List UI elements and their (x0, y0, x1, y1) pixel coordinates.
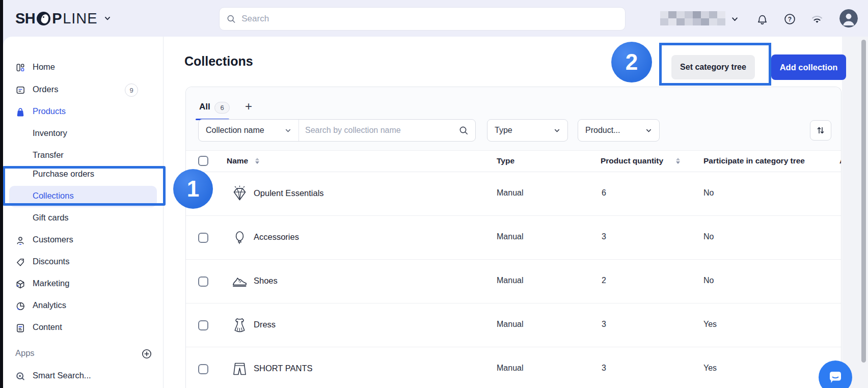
search-field-selector-label: Collection name (206, 126, 264, 135)
sidebar-item-content[interactable]: Content (3, 318, 163, 338)
collection-type: Manual (497, 188, 523, 198)
quantity-sort-icon[interactable] (676, 158, 680, 164)
search-field-selector[interactable]: Collection name (199, 120, 299, 141)
product-filter-dropdown[interactable]: Product... (578, 119, 660, 142)
row-checkbox[interactable] (198, 364, 208, 374)
row-checkbox[interactable] (198, 276, 208, 287)
add-tab-button[interactable]: + (245, 99, 252, 114)
shopline-logo[interactable]: SHPLINE (15, 8, 111, 29)
sidebar-item-analytics[interactable]: Analytics (3, 296, 163, 316)
table-header: Name Type Product quantity Participate i… (186, 151, 841, 172)
collection-name[interactable]: Accessories (254, 232, 299, 242)
sidebar-item-label: Discounts (33, 257, 69, 266)
sort-icon (816, 126, 825, 135)
chevron-down-icon (645, 127, 652, 134)
select-all-checkbox[interactable] (198, 156, 208, 166)
collection-type: Manual (497, 232, 523, 241)
sidebar-item-home[interactable]: Home (3, 58, 163, 78)
global-search-input[interactable] (240, 13, 618, 24)
customers-icon (15, 235, 25, 245)
collection-type: Manual (497, 276, 523, 285)
collections-card: All 6 + Collection name Type Product... … (185, 87, 842, 388)
dress-icon (231, 317, 248, 334)
tab-all-count: 6 (214, 102, 230, 114)
add-app-icon[interactable] (141, 348, 152, 359)
sidebar-item-label: Orders (33, 85, 58, 94)
sidebar-apps-section: Apps (3, 344, 163, 365)
row-checkbox[interactable] (198, 320, 208, 330)
search-icon (227, 14, 236, 24)
rabbit-logo-icon (37, 12, 50, 25)
orders-count-badge: 9 (125, 84, 138, 97)
column-name[interactable]: Name (227, 156, 248, 165)
collection-participate: Yes (703, 364, 717, 373)
set-category-tree-button[interactable]: Set category tree (671, 55, 755, 79)
sidebar-item-products[interactable]: Products (3, 102, 163, 122)
logo-text-sh: SH (15, 10, 35, 27)
shorts-icon (231, 361, 248, 377)
sidebar-item-gift-cards[interactable]: Gift cards (3, 208, 163, 229)
products-bag-icon (15, 107, 25, 117)
sort-button[interactable] (810, 120, 831, 141)
discounts-tag-icon (15, 257, 25, 267)
collection-quantity: 3 (602, 364, 606, 373)
sidebar-item-label: Smart Search... (33, 371, 91, 380)
help-icon[interactable]: ? (783, 12, 796, 25)
smart-search-app-icon (15, 371, 25, 381)
collection-participate: No (703, 232, 714, 241)
sidebar-item-marketing[interactable]: Marketing (3, 274, 163, 294)
collection-type: Manual (497, 320, 523, 329)
vertical-scrollbar[interactable] (861, 40, 866, 363)
annotation-step-1: 1 (173, 169, 213, 209)
table-row[interactable]: Dress Manual 3 Yes (186, 303, 841, 347)
svg-text:?: ? (788, 15, 791, 22)
search-icon (459, 126, 469, 135)
table-row[interactable]: SHORT PANTS Manual 3 Yes (186, 347, 841, 388)
table-row[interactable]: Shoes Manual 2 No (186, 260, 841, 303)
column-type: Type (497, 156, 514, 165)
collection-quantity: 6 (602, 188, 606, 198)
sidebar-item-smart-search[interactable]: Smart Search... (3, 366, 163, 386)
type-filter-dropdown[interactable]: Type (487, 119, 568, 142)
table-row[interactable]: Accessories Manual 3 No (186, 216, 841, 260)
sidebar: Home Orders 9 Products Inventory Transfe… (3, 37, 164, 388)
home-icon (15, 63, 25, 73)
logo-text-p: P (52, 10, 62, 27)
avatar[interactable] (839, 9, 858, 27)
add-collection-button[interactable]: Add collection (771, 54, 846, 80)
column-product-quantity[interactable]: Product quantity (601, 156, 663, 165)
sidebar-item-label: Products (33, 106, 66, 116)
gem-icon (231, 185, 248, 202)
sidebar-item-transfer[interactable]: Transfer (3, 146, 163, 166)
screen-left-edge (0, 0, 3, 388)
sidebar-item-inventory[interactable]: Inventory (3, 124, 163, 144)
global-search[interactable] (219, 7, 626, 31)
row-checkbox[interactable] (198, 233, 208, 243)
collection-name[interactable]: Dress (254, 320, 276, 329)
pendant-icon (231, 229, 248, 246)
collection-quantity: 3 (602, 320, 606, 329)
notification-bell-icon[interactable] (755, 12, 769, 25)
collection-name[interactable]: Shoes (254, 276, 278, 286)
sidebar-item-customers[interactable]: Customers (3, 230, 163, 251)
annotation-box-step1 (3, 166, 166, 206)
type-filter-label: Type (495, 126, 512, 135)
sidebar-item-discounts[interactable]: Discounts (3, 252, 163, 272)
store-chevron-down-icon[interactable] (104, 15, 111, 22)
collection-name[interactable]: Opulent Essentials (254, 188, 324, 198)
sneaker-icon (231, 273, 248, 290)
sidebar-item-orders[interactable]: Orders 9 (3, 80, 163, 100)
sidebar-item-label: Home (33, 62, 55, 72)
collection-name-search-input[interactable] (299, 126, 459, 135)
table-row[interactable]: Opulent Essentials Manual 6 No (186, 172, 841, 216)
wifi-status-icon[interactable] (810, 12, 824, 25)
sidebar-item-label: Analytics (33, 300, 66, 310)
name-sort-icon[interactable] (255, 158, 259, 164)
collection-name[interactable]: SHORT PANTS (254, 364, 313, 373)
account-chevron-down-icon[interactable] (728, 12, 741, 25)
apps-header: Apps (15, 348, 35, 358)
sidebar-item-label: Marketing (33, 279, 69, 288)
column-participate: Participate in category tree (703, 156, 805, 165)
tab-all[interactable]: All (199, 102, 210, 112)
annotation-step-2: 2 (611, 42, 652, 82)
